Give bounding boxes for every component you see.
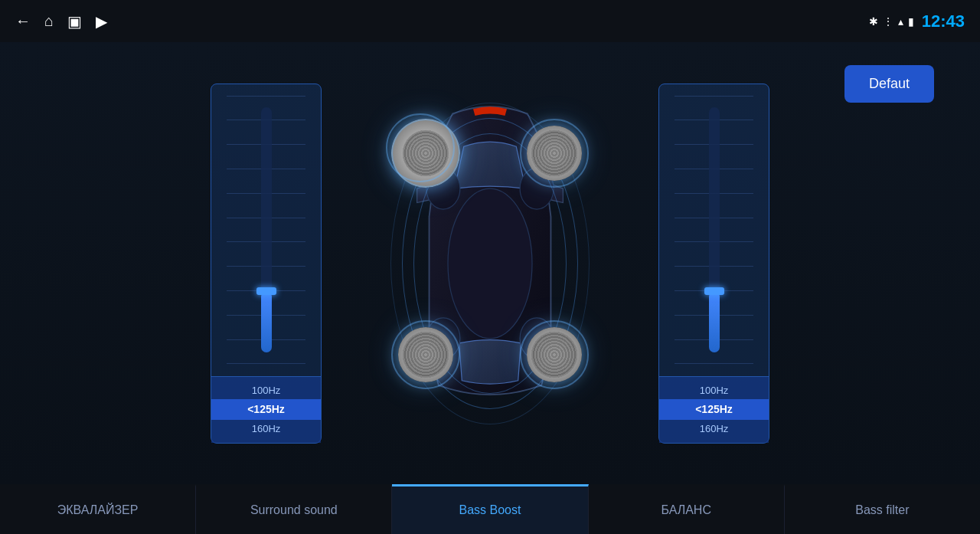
right-freq-above: 100Hz: [659, 383, 769, 398]
tab-bassfilter-label: Bass filter: [855, 503, 909, 517]
speaker-rear-left[interactable]: [398, 327, 453, 382]
back-icon[interactable]: ←: [15, 12, 31, 30]
status-bar: ← ⌂ ▣ ▶ ✱ ⋮ ▴ ▮ 12:43: [0, 0, 980, 42]
bottom-nav: ЭКВАЛАЙЗЕР Surround sound Bass Boost БАЛ…: [0, 484, 980, 534]
tab-balance-label: БАЛАНС: [661, 503, 710, 517]
tab-bassboost-label: Bass Boost: [459, 503, 521, 517]
left-freq-below: 160Hz: [211, 421, 321, 437]
left-freq-above: 100Hz: [211, 383, 321, 398]
tab-bassboost[interactable]: Bass Boost: [392, 484, 588, 534]
right-slider-fill: [709, 291, 720, 352]
window-icon[interactable]: ▣: [67, 12, 82, 31]
left-eq-panel: 100Hz <125Hz 160Hz: [211, 84, 322, 444]
speaker-front-right[interactable]: [527, 126, 582, 181]
home-icon[interactable]: ⌂: [44, 12, 54, 30]
network-icon: ⋮: [883, 15, 893, 28]
left-slider-thumb[interactable]: [256, 287, 276, 295]
tab-equalizer-label: ЭКВАЛАЙЗЕР: [57, 503, 139, 517]
tab-equalizer[interactable]: ЭКВАЛАЙЗЕР: [0, 484, 196, 534]
status-icons: ✱ ⋮ ▴ ▮: [869, 15, 914, 28]
battery-icon: ▮: [908, 15, 914, 28]
left-slider-area[interactable]: [211, 84, 321, 376]
main-content: Defaut 100Hz <125Hz 160Hz: [0, 42, 980, 484]
left-slider-fill: [261, 291, 272, 352]
left-freq-active[interactable]: <125Hz: [211, 399, 321, 420]
right-eq-panel: 100Hz <125Hz 160Hz: [658, 84, 769, 444]
tab-bassfilter[interactable]: Bass filter: [785, 484, 980, 534]
right-freq-labels: 100Hz <125Hz 160Hz: [659, 376, 769, 443]
right-slider-area[interactable]: [659, 84, 769, 376]
nav-icons: ← ⌂ ▣ ▶: [15, 12, 107, 31]
tab-surround-label: Surround sound: [250, 503, 338, 517]
clock: 12:43: [922, 11, 965, 31]
right-freq-active[interactable]: <125Hz: [659, 399, 769, 420]
left-freq-labels: 100Hz <125Hz 160Hz: [211, 376, 321, 443]
bluetooth-icon: ✱: [869, 15, 878, 28]
media-icon[interactable]: ▶: [96, 12, 107, 31]
speaker-rear-right[interactable]: [527, 327, 582, 382]
right-slider-track[interactable]: [709, 107, 720, 352]
car-visualization: [352, 84, 628, 444]
default-button[interactable]: Defaut: [844, 65, 934, 103]
speaker-front-left[interactable]: [391, 119, 460, 188]
tab-surround[interactable]: Surround sound: [196, 484, 392, 534]
status-right: ✱ ⋮ ▴ ▮ 12:43: [869, 11, 965, 31]
left-slider-track[interactable]: [261, 107, 272, 352]
wifi-icon: ▴: [898, 15, 903, 28]
tab-balance[interactable]: БАЛАНС: [589, 484, 785, 534]
right-freq-below: 160Hz: [659, 421, 769, 437]
right-slider-thumb[interactable]: [704, 287, 724, 295]
